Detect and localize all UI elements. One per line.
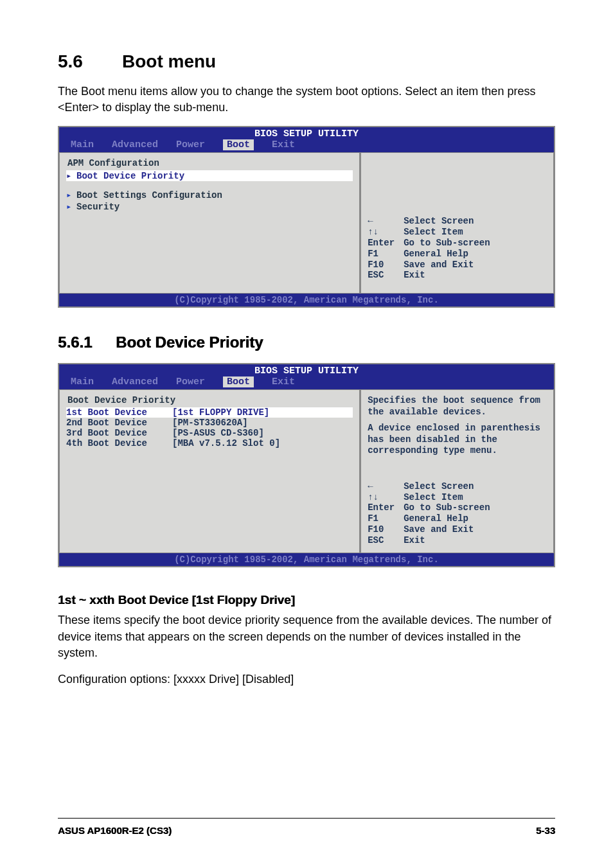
bios-tabs: Main Advanced Power Boot Exit <box>59 139 554 152</box>
boot-device-2[interactable]: 2nd Boot Device [PM-ST330620A] <box>66 418 353 428</box>
menu-item-boot-device-priority[interactable]: ▸ Boot Device Priority <box>66 170 353 181</box>
tab-exit[interactable]: Exit <box>272 139 295 150</box>
arrow-left-icon: ← <box>368 481 404 492</box>
arrow-left-icon: ← <box>368 216 404 227</box>
bios-copyright: (C)Copyright 1985-2002, American Megatre… <box>59 553 554 566</box>
legend-text: General Help <box>404 513 468 524</box>
submenu-arrow-icon: ▸ <box>66 201 76 212</box>
section-number: 5.6 <box>58 51 122 72</box>
menu-item-apm[interactable]: APM Configuration <box>66 158 353 168</box>
item-options: Configuration options: [xxxxx Drive] [Di… <box>58 671 555 687</box>
legend-row: ←Select Screen <box>368 216 547 227</box>
legend-row: ESCExit <box>368 270 547 281</box>
submenu-arrow-icon: ▸ <box>66 170 76 181</box>
legend-text: Save and Exit <box>404 524 474 535</box>
legend-row: ←Select Screen <box>368 481 547 492</box>
footer-page-number: 5-33 <box>536 825 555 836</box>
legend-text: Select Item <box>404 492 463 503</box>
field-label: 3rd Boot Device <box>66 428 172 438</box>
field-value: [1st FLOPPY DRIVE] <box>172 407 269 418</box>
bios-title: BIOS SETUP UTILITY <box>59 364 554 376</box>
field-value: [PM-ST330620A] <box>172 418 248 428</box>
boot-device-4[interactable]: 4th Boot Device [MBA v7.5.12 Slot 0] <box>66 438 353 448</box>
legend-key: ESC <box>368 270 404 281</box>
tab-main[interactable]: Main <box>71 376 94 387</box>
boot-device-1[interactable]: 1st Boot Device [1st FLOPPY DRIVE] <box>66 407 353 418</box>
legend-key: F10 <box>368 524 404 535</box>
legend-text: Save and Exit <box>404 260 474 270</box>
tab-power[interactable]: Power <box>176 376 205 387</box>
menu-label: Security <box>76 202 120 212</box>
bios-right-panel: ←Select Screen ↑↓Select Item EnterGo to … <box>360 152 554 294</box>
tab-power[interactable]: Power <box>176 139 205 150</box>
submenu-arrow-icon: ▸ <box>66 190 76 200</box>
bios-screenshot-boot-device-priority: BIOS SETUP UTILITY Main Advanced Power B… <box>58 363 555 567</box>
field-value: [PS-ASUS CD-S360] <box>172 428 264 438</box>
legend-key: ESC <box>368 535 404 546</box>
menu-label: Boot Settings Configuration <box>76 190 222 200</box>
legend-row: EnterGo to Sub-screen <box>368 502 547 513</box>
bios-copyright: (C)Copyright 1985-2002, American Megatre… <box>59 294 554 306</box>
field-label: 4th Boot Device <box>66 438 172 448</box>
section-intro: The Boot menu items allow you to change … <box>58 84 555 116</box>
boot-device-3[interactable]: 3rd Boot Device [PS-ASUS CD-S360] <box>66 428 353 438</box>
page-footer: ASUS AP1600R-E2 (CS3) 5-33 <box>58 818 555 836</box>
menu-item-boot-settings-config[interactable]: ▸ Boot Settings Configuration <box>66 190 353 200</box>
tab-boot[interactable]: Boot <box>223 139 254 150</box>
section-title: Boot menu <box>122 51 216 71</box>
item-heading: 1st ~ xxth Boot Device [1st Floppy Drive… <box>58 593 555 607</box>
legend-row: ↑↓Select Item <box>368 492 547 503</box>
subsection-heading: 5.6.1Boot Device Priority <box>58 333 555 351</box>
bios-left-panel: Boot Device Priority 1st Boot Device [1s… <box>59 389 360 553</box>
legend-key: Enter <box>368 502 404 513</box>
bios-screenshot-boot-menu: BIOS SETUP UTILITY Main Advanced Power B… <box>58 126 555 308</box>
legend-text: Go to Sub-screen <box>404 502 490 513</box>
arrow-updown-icon: ↑↓ <box>368 492 404 503</box>
legend-text: General Help <box>404 249 468 260</box>
panel-heading: Boot Device Priority <box>66 395 353 405</box>
legend-key: F1 <box>368 513 404 524</box>
help-text: A device enclosed in parenthesis has bee… <box>368 423 547 457</box>
legend-text: Exit <box>404 270 425 281</box>
legend-text: Go to Sub-screen <box>404 238 490 249</box>
arrow-updown-icon: ↑↓ <box>368 227 404 238</box>
tab-advanced[interactable]: Advanced <box>112 139 158 150</box>
legend-row: EnterGo to Sub-screen <box>368 238 547 249</box>
legend-key: Enter <box>368 238 404 249</box>
menu-item-security[interactable]: ▸ Security <box>66 201 353 212</box>
tab-advanced[interactable]: Advanced <box>112 376 158 387</box>
field-value: [MBA v7.5.12 Slot 0] <box>172 438 280 448</box>
bios-left-panel: APM Configuration ▸ Boot Device Priority… <box>59 152 360 294</box>
legend-key: F10 <box>368 260 404 270</box>
legend-row: F1General Help <box>368 249 547 260</box>
tab-main[interactable]: Main <box>71 139 94 150</box>
bios-right-panel: Specifies the boot sequence from the ava… <box>360 389 554 553</box>
subsection-title: Boot Device Priority <box>116 333 263 351</box>
legend-key: F1 <box>368 249 404 260</box>
legend-row: F1General Help <box>368 513 547 524</box>
legend-text: Exit <box>404 535 425 546</box>
legend-text: Select Screen <box>404 216 474 227</box>
bios-title: BIOS SETUP UTILITY <box>59 127 554 139</box>
field-label: 1st Boot Device <box>66 407 172 418</box>
tab-boot[interactable]: Boot <box>223 376 254 387</box>
tab-exit[interactable]: Exit <box>272 376 295 387</box>
legend-row: F10Save and Exit <box>368 260 547 270</box>
legend-row: F10Save and Exit <box>368 524 547 535</box>
field-label: 2nd Boot Device <box>66 418 172 428</box>
legend-row: ESCExit <box>368 535 547 546</box>
legend-row: ↑↓Select Item <box>368 227 547 238</box>
footer-product: ASUS AP1600R-E2 (CS3) <box>58 825 172 836</box>
help-text: Specifies the boot sequence from the ava… <box>368 395 547 418</box>
legend-text: Select Item <box>404 227 463 238</box>
item-description: These items specify the boot device prio… <box>58 612 555 661</box>
section-heading: 5.6Boot menu <box>58 51 555 72</box>
bios-tabs: Main Advanced Power Boot Exit <box>59 376 554 389</box>
subsection-number: 5.6.1 <box>58 333 116 351</box>
legend-text: Select Screen <box>404 481 474 492</box>
menu-label: Boot Device Priority <box>76 171 184 181</box>
